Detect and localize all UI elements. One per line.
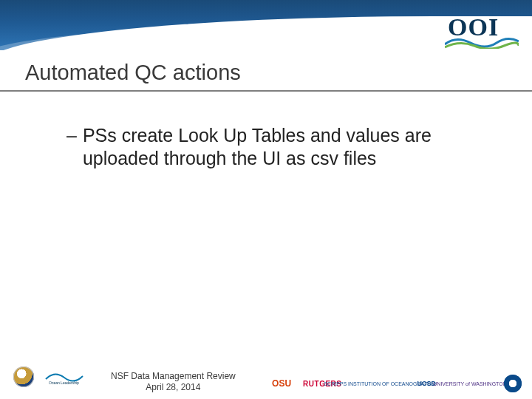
osu-logo-icon: OSU — [272, 374, 291, 393]
bullet-text: PSs create Look Up Tables and values are… — [83, 124, 480, 171]
ooi-logo: OOI — [448, 16, 516, 49]
svg-text:Ocean Leadership: Ocean Leadership — [49, 381, 79, 385]
bullet-item: – PSs create Look Up Tables and values a… — [66, 124, 480, 171]
nsf-seal-icon — [13, 366, 34, 387]
ocean-leadership-logo-icon: Ocean Leadership — [44, 369, 84, 385]
slide-title: Automated QC actions — [25, 61, 241, 85]
footer-caption: NSF Data Management Review April 28, 201… — [111, 371, 236, 393]
title-underline — [0, 90, 532, 92]
footer: Ocean Leadership NSF Data Management Rev… — [0, 359, 532, 399]
footer-line2: April 28, 2014 — [111, 382, 236, 393]
scripps-logo-icon: SCRIPPS INSTITUTION OF OCEANOGRAPHY — [353, 374, 405, 393]
slide: OOI Automated QC actions – PSs create Lo… — [0, 0, 532, 399]
uw-logo-icon: UNIVERSITY of WASHINGTON — [448, 374, 492, 393]
footer-left-logos: Ocean Leadership — [13, 366, 84, 387]
whoi-logo-icon — [504, 375, 522, 392]
ooi-logo-wave-icon — [445, 37, 519, 49]
bullet-dash-icon: – — [66, 124, 77, 171]
footer-line1: NSF Data Management Review — [111, 371, 236, 382]
slide-body: – PSs create Look Up Tables and values a… — [66, 124, 480, 171]
footer-right-logos: OSU RUTGERS SCRIPPS INSTITUTION OF OCEAN… — [272, 374, 522, 393]
